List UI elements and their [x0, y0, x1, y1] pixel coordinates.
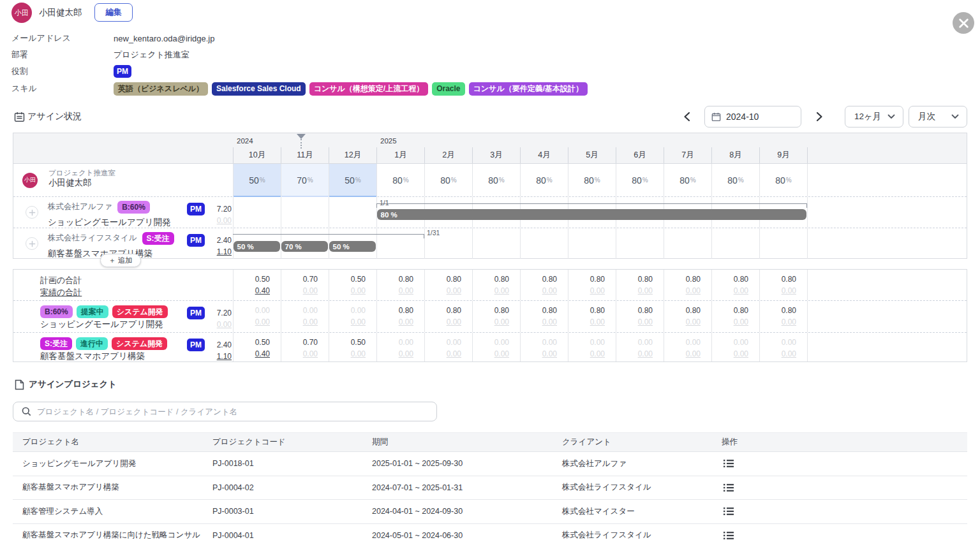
- actual-value: 0.00: [425, 285, 461, 296]
- actual-value: 0.00: [616, 348, 653, 360]
- plan-value: 0.00: [425, 337, 461, 348]
- totals-tail-cell: [807, 270, 967, 300]
- gantt-cell: [711, 197, 759, 228]
- profile-header: 小田 小田健太郎 編集: [11, 3, 82, 23]
- actual-value: 0.00: [616, 285, 653, 296]
- project-name: 顧客基盤スマホアプリ構築: [40, 351, 145, 362]
- utilization-cell: 80%: [664, 164, 711, 196]
- granularity-select[interactable]: 月次: [909, 106, 967, 128]
- actual-value: 0.00: [377, 285, 413, 296]
- plan-value: 0.80: [473, 305, 509, 316]
- actual-value: 0.00: [712, 348, 748, 360]
- totals-value-cell: 0.500.00: [329, 270, 376, 300]
- totals-project-left-pane: B:60%提案中システム開発PM7.200.00ショッピングモールアプリ開発: [13, 301, 233, 332]
- list-icon: [723, 506, 734, 516]
- totals-project-left-pane: S:受注進行中システム開発PM2.401.10顧客基盤スマホアプリ構築: [13, 333, 233, 361]
- row-actions-button[interactable]: [723, 506, 734, 516]
- percent-sign: %: [355, 177, 361, 184]
- skill-tag: 英語（ビジネスレベル）: [114, 82, 208, 96]
- actual-value: 0.00: [234, 316, 270, 328]
- actual-value: 0.00: [664, 285, 701, 296]
- month-value-cell: 0.000.00: [711, 333, 759, 361]
- workload-numbers: 7.200.00: [217, 203, 232, 226]
- month-value-cell: 0.500.00: [329, 333, 376, 361]
- utilization-cell: 80%: [376, 164, 424, 196]
- gantt-month-label: 6月: [616, 147, 664, 163]
- project-badges: B:60%提案中システム開発: [40, 305, 168, 318]
- date-picker-value: 2024-10: [726, 112, 759, 122]
- gantt-corner-cell: [13, 147, 233, 163]
- month-value-cell: 0.000.00: [233, 301, 281, 332]
- gantt-month-label: 9月: [759, 147, 807, 163]
- workload-numbers: 2.401.10: [217, 235, 232, 258]
- project-name-cell: 顧客基盤スマホアプリ構築: [13, 482, 203, 493]
- month-value-cell: 0.800.00: [616, 301, 664, 332]
- actual-value: 0.00: [616, 316, 653, 328]
- project-client-cell: 株式会社ライフスタイル: [553, 482, 712, 493]
- gantt-cell: [568, 197, 616, 228]
- actual-value: 0.00: [281, 316, 318, 328]
- actual-total-link[interactable]: 0.00: [217, 319, 232, 330]
- range-select-value: 12ヶ月: [854, 111, 881, 122]
- projects-column-header: 期間: [362, 437, 553, 448]
- role-badge-pm: PM: [114, 65, 131, 78]
- field-role: 役割 PM: [11, 63, 713, 80]
- client-name: 株式会社アルファ: [48, 201, 112, 212]
- utilization-value: 50: [345, 175, 355, 186]
- actual-total-link[interactable]: 0.00: [217, 215, 232, 226]
- row-actions-button[interactable]: [723, 483, 734, 493]
- today-triangle-icon: [297, 134, 306, 139]
- row-actions-button[interactable]: [723, 530, 734, 541]
- edit-button[interactable]: 編集: [94, 3, 133, 22]
- project-role-badge: PM: [187, 339, 205, 351]
- month-value-cell: 0.000.00: [329, 301, 376, 332]
- actual-total-link[interactable]: 1.10: [217, 351, 232, 362]
- date-picker-input[interactable]: 2024-10: [704, 106, 801, 128]
- projects-column-header: 操作: [712, 437, 967, 448]
- next-month-button[interactable]: [812, 107, 827, 126]
- project-client-line: 株式会社アルファB:60%: [48, 200, 182, 214]
- plan-value: 0.80: [712, 274, 748, 285]
- gantt-month-label: 12月: [329, 147, 376, 163]
- totals-value-cell: 0.800.00: [616, 270, 664, 300]
- plan-value: 0.80: [760, 274, 796, 285]
- utilization-cell: 80%: [472, 164, 520, 196]
- project-period-cell: 2024-07-01 ~ 2025-01-31: [362, 483, 553, 492]
- percent-sign: %: [738, 177, 744, 184]
- assign-status-gantt: 20242025 10月11月12月1月2月3月4月5月6月7月8月9月 小田プ…: [13, 133, 967, 259]
- plan-value: 0.00: [281, 305, 318, 316]
- expand-project-button[interactable]: [26, 237, 38, 250]
- gantt-year-row: 20242025: [13, 133, 967, 147]
- percent-sign: %: [308, 177, 313, 184]
- add-assignment-button[interactable]: ＋ 追加: [100, 254, 141, 267]
- row-actions-button[interactable]: [723, 458, 734, 469]
- gantt-cell: [376, 228, 424, 259]
- project-name-cell: 顧客基盤スマホアプリ構築に向けた戦略コンサル: [13, 530, 203, 541]
- range-select[interactable]: 12ヶ月: [845, 106, 903, 128]
- utilization-value: 80: [632, 175, 642, 186]
- actual-total-link[interactable]: 1.10: [217, 246, 232, 258]
- plan-value: 0.80: [712, 305, 748, 316]
- gantt-month-row: 10月11月12月1月2月3月4月5月6月7月8月9月: [13, 147, 967, 163]
- close-button[interactable]: [953, 12, 974, 34]
- field-email: メールアドレス new_kentaro.oda@iridge.jp: [11, 30, 713, 47]
- month-value-cell: 0.700.00: [281, 333, 329, 361]
- plan-value: 0.80: [664, 305, 701, 316]
- status-badge: システム開発: [112, 305, 168, 318]
- project-client-cell: 株式会社マイスター: [553, 506, 712, 517]
- utilization-cell: 80%: [759, 164, 807, 196]
- expand-project-button[interactable]: [26, 206, 38, 219]
- gantt-cell: [520, 197, 568, 228]
- status-badge: 提案中: [77, 305, 108, 318]
- projects-column-header: プロジェクト名: [13, 437, 203, 448]
- project-actions-cell: [712, 506, 967, 516]
- skill-tags: 英語（ビジネスレベル）Salesforce Sales Cloudコンサル（構想…: [114, 82, 588, 96]
- prev-month-button[interactable]: [679, 107, 694, 126]
- month-value-cell: 0.000.00: [664, 333, 711, 361]
- actual-value: 0.00: [473, 348, 509, 360]
- project-search-input[interactable]: [37, 407, 430, 416]
- actual-value: 0.00: [281, 285, 318, 296]
- project-client-cell: 株式会社ライフスタイル: [553, 530, 712, 541]
- utilization-cell: 80%: [711, 164, 759, 196]
- actual-total-label-link[interactable]: 実績の合計: [40, 286, 82, 298]
